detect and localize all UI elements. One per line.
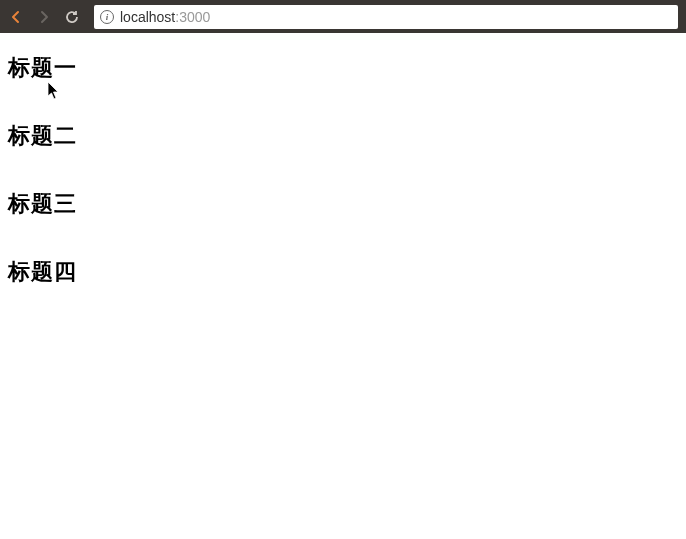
- browser-toolbar: i localhost:3000: [0, 0, 686, 33]
- forward-button[interactable]: [36, 9, 52, 25]
- heading-4: 标题四: [8, 257, 678, 287]
- url-host: localhost: [120, 9, 175, 25]
- url-port: :3000: [175, 9, 210, 25]
- page-content: 标题一 标题二 标题三 标题四: [0, 33, 686, 345]
- heading-2: 标题二: [8, 121, 678, 151]
- info-icon[interactable]: i: [100, 10, 114, 24]
- url-text: localhost:3000: [120, 9, 210, 25]
- reload-button[interactable]: [64, 9, 80, 25]
- nav-buttons: [8, 9, 80, 25]
- address-bar[interactable]: i localhost:3000: [94, 5, 678, 29]
- heading-3: 标题三: [8, 189, 678, 219]
- heading-1: 标题一: [8, 53, 678, 83]
- back-button[interactable]: [8, 9, 24, 25]
